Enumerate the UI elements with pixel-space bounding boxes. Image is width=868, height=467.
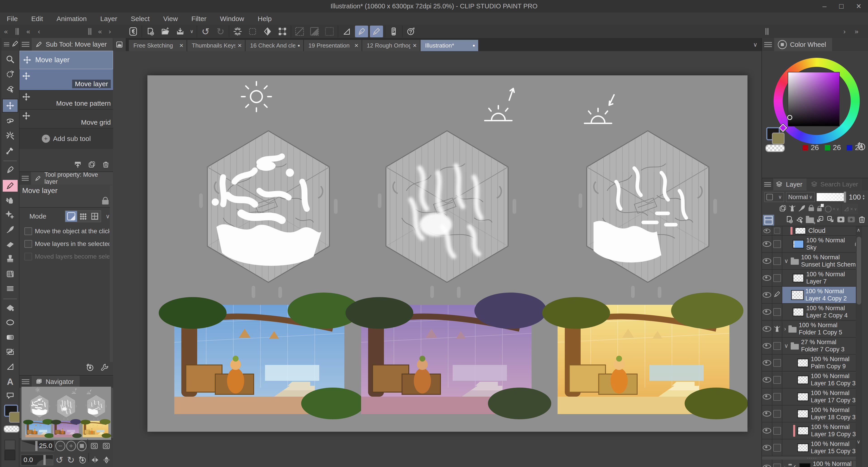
tool-liquify[interactable] bbox=[6, 269, 15, 280]
rotate-right-button[interactable]: ↻ bbox=[66, 455, 76, 465]
collapse-toolbar-icon[interactable]: « bbox=[98, 28, 102, 35]
opacity-slider[interactable] bbox=[817, 193, 845, 201]
next-toolbar-icon[interactable]: › bbox=[109, 28, 111, 35]
minimize-button[interactable]: – bbox=[823, 2, 827, 10]
close-tab-icon[interactable]: × bbox=[179, 41, 183, 49]
tool-blend[interactable] bbox=[6, 255, 15, 265]
zoom-out-button[interactable]: − bbox=[55, 441, 65, 451]
invert-selection-button[interactable] bbox=[261, 26, 274, 37]
delete-sub-tool-icon[interactable] bbox=[102, 160, 110, 170]
rotate-left-button[interactable]: ↺ bbox=[54, 455, 65, 465]
folder-collapsed-icon[interactable]: › bbox=[784, 325, 786, 332]
layer-row-folder7-copy3[interactable]: ∨ 27 % NormalFolder 7 Copy 3 bbox=[762, 338, 862, 354]
tool-move-layer[interactable] bbox=[2, 99, 18, 113]
new-vector-layer-icon[interactable] bbox=[796, 215, 804, 225]
menu-window[interactable]: Window bbox=[220, 15, 244, 23]
next-right-panel-icon[interactable]: › bbox=[843, 28, 846, 35]
create-layer-mask-icon[interactable] bbox=[837, 215, 845, 225]
help-button[interactable] bbox=[404, 26, 417, 37]
clip-studio-logo-button[interactable] bbox=[127, 26, 140, 37]
unlock-icon[interactable] bbox=[102, 200, 109, 204]
search-layer-tab[interactable]: Search Layer bbox=[806, 178, 862, 191]
tool-figure-lines[interactable] bbox=[6, 284, 15, 295]
layer-row-folder1-copy5[interactable]: › 100 % NormalFolder 1 Copy 5 bbox=[762, 321, 862, 338]
corner-button[interactable] bbox=[4, 450, 16, 460]
mode-dropdown-icon[interactable]: ∨ bbox=[105, 213, 110, 220]
tool-balloon[interactable] bbox=[6, 391, 15, 402]
checkbox-row[interactable]: Move the object at the clicked bbox=[20, 225, 113, 238]
layer-row-layer7[interactable]: 100 % NormalLayer 7 bbox=[762, 270, 862, 287]
drag-handle[interactable] bbox=[16, 28, 19, 35]
transparent-color-swatch[interactable] bbox=[765, 144, 785, 152]
menu-animation[interactable]: Animation bbox=[57, 15, 87, 23]
subtool-detail-icon[interactable] bbox=[100, 363, 109, 373]
layer-row-layer16-copy3[interactable]: 100 % NormalLayer 16 Copy 3 bbox=[762, 372, 862, 388]
tool-text[interactable]: A bbox=[7, 377, 13, 387]
navigator-preview[interactable] bbox=[20, 388, 113, 438]
reference-layer-icon[interactable] bbox=[788, 204, 796, 214]
import-sub-tool-icon[interactable] bbox=[74, 160, 82, 170]
color-wheel-menu-icon[interactable] bbox=[764, 42, 772, 47]
reselect-button[interactable] bbox=[246, 26, 259, 37]
checkbox-row[interactable]: Move layers in the selected ar bbox=[20, 238, 113, 250]
companion-mode-button[interactable] bbox=[387, 26, 400, 37]
tool-brush[interactable] bbox=[6, 225, 15, 236]
fit-to-screen-button[interactable] bbox=[89, 440, 100, 451]
flip-vertical-button[interactable] bbox=[101, 455, 112, 465]
subtool-item-move-grid[interactable]: Move grid bbox=[20, 110, 113, 128]
tool-frame-border[interactable] bbox=[6, 347, 15, 358]
layer-row-sunset-thumbnails[interactable]: › ✓ 100 % NormalSunset Thumbna ∧ ∨ bbox=[762, 460, 862, 467]
scrollbar-down-icon[interactable]: ∨ bbox=[857, 439, 860, 445]
apply-mask-icon[interactable] bbox=[847, 215, 856, 225]
delete-layer-icon[interactable] bbox=[857, 215, 866, 226]
layer-row-layer19-copy3[interactable]: 100 % NormalLayer 19 Copy 3 bbox=[762, 422, 862, 439]
tool-pencil[interactable] bbox=[3, 180, 18, 192]
checkbox[interactable] bbox=[24, 240, 32, 248]
subtool-item-move-layer[interactable]: Move layer bbox=[20, 69, 113, 90]
layer-row-layer4-copy2-selected[interactable]: 100 % NormalLayer 4 Copy 2 bbox=[762, 287, 862, 304]
reset-initial-settings-icon[interactable] bbox=[86, 363, 94, 373]
layer-row-palm-copy9[interactable]: 100 % NormalPalm Copy 9 bbox=[762, 354, 862, 372]
selection-from-layer-dropdown[interactable]: ×∨ bbox=[824, 204, 841, 214]
close-tab-icon[interactable]: × bbox=[413, 41, 417, 49]
saturation-value-square[interactable] bbox=[788, 72, 840, 126]
tool-operation[interactable] bbox=[6, 84, 15, 95]
menu-help[interactable]: Help bbox=[258, 15, 272, 23]
close-button[interactable]: × bbox=[856, 1, 861, 11]
folder-expanded-icon[interactable]: ∨ bbox=[784, 342, 788, 349]
scrollbar-up-icon[interactable]: ∧ bbox=[857, 227, 860, 233]
tab-list-dropdown-icon[interactable]: ∨ bbox=[753, 41, 757, 48]
fit-to-width-button[interactable] bbox=[101, 440, 112, 451]
tool-decoration[interactable] bbox=[6, 210, 15, 221]
layer-tab[interactable]: Layer bbox=[773, 178, 806, 191]
tool-auto-select[interactable] bbox=[6, 131, 15, 142]
clip-to-layer-below-icon[interactable] bbox=[779, 204, 787, 214]
clear-outside-button[interactable] bbox=[308, 26, 321, 37]
folder-collapsed-icon[interactable]: › bbox=[784, 464, 786, 467]
zoom-100-button[interactable] bbox=[77, 441, 87, 451]
sub-color-swatch[interactable] bbox=[772, 133, 784, 144]
mode-layer-button[interactable] bbox=[65, 211, 77, 222]
tool-airbrush[interactable] bbox=[6, 196, 15, 206]
document-tab[interactable]: Free Sketching× bbox=[129, 40, 187, 51]
new-folder-icon[interactable]: + bbox=[806, 216, 814, 225]
scale-rotate-button[interactable] bbox=[276, 26, 289, 37]
tool-eyedropper[interactable] bbox=[6, 146, 15, 156]
draft-layer-icon[interactable] bbox=[798, 204, 806, 214]
layer-property-panel-button[interactable] bbox=[763, 215, 774, 226]
document-tab-active[interactable]: Illustration*● bbox=[421, 40, 479, 51]
transparent-color-swatch[interactable] bbox=[4, 426, 20, 433]
layer-row-cloud[interactable]: Cloud bbox=[762, 226, 862, 236]
snap-to-grid-button[interactable] bbox=[370, 26, 383, 37]
menu-layer[interactable]: Layer bbox=[100, 15, 117, 23]
tool-figure[interactable] bbox=[6, 318, 15, 328]
layer-row-sky[interactable]: 100 % NormalSky bbox=[762, 236, 862, 253]
duplicate-sub-tool-icon[interactable] bbox=[88, 160, 96, 170]
lock-layer-icon[interactable] bbox=[809, 207, 814, 211]
layer-row-layer2-copy4[interactable]: 100 % NormalLayer 2 Copy 4 bbox=[762, 304, 862, 321]
subtool-item-move-layer-drag[interactable]: Move layer bbox=[20, 51, 113, 69]
document-tab[interactable]: 12 Rough Orthog× bbox=[362, 40, 421, 51]
layer-row-layer17-copy3[interactable]: 100 % NormalLayer 17 Copy 3 bbox=[762, 388, 862, 405]
folder-expanded-icon[interactable]: ∨ bbox=[784, 258, 788, 264]
prev-panel-icon[interactable]: ‹ bbox=[38, 28, 40, 35]
